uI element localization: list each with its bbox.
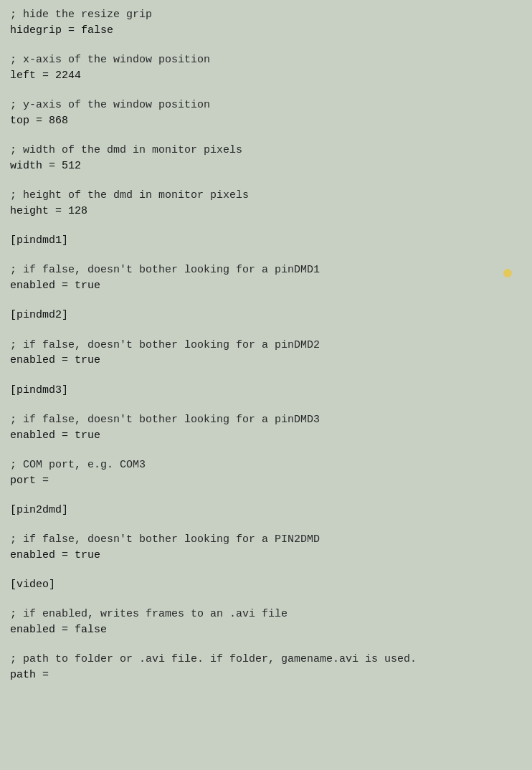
editor-line: ; x-axis of the window position — [10, 52, 522, 68]
editor-line: height = 128 — [10, 204, 522, 219]
editor-line: ; y-axis of the window position — [10, 98, 522, 113]
editor-line: ; height of the dmd in monitor pixels — [10, 188, 522, 204]
editor-line: enabled = false — [10, 622, 522, 638]
editor-line — [10, 323, 522, 338]
editor-line — [10, 249, 522, 263]
editor-line: [pindmd3] — [10, 383, 522, 399]
editor-line: [pindmd1] — [10, 233, 522, 249]
editor-line: hidegrip = false — [10, 23, 522, 39]
editor-line — [10, 638, 522, 652]
editor-line — [10, 564, 522, 578]
editor-line — [10, 84, 522, 98]
editor-line: left = 2244 — [10, 68, 522, 84]
editor-line — [10, 398, 522, 412]
editor-line: enabled = true — [10, 548, 522, 564]
editor-line: ; COM port, e.g. COM3 — [10, 457, 522, 473]
editor-line: ; if false, doesn't bother looking for a… — [10, 338, 522, 353]
editor-line: enabled = true — [10, 353, 522, 369]
editor-line: [pin2dmd] — [10, 503, 522, 518]
editor-line: [pindmd2] — [10, 308, 522, 323]
editor-line: enabled = true — [10, 428, 522, 444]
editor-line: ; path to folder or .avi file. if folder… — [10, 652, 522, 667]
editor-line — [10, 518, 522, 533]
editor-line: ; if enabled, writes frames to an .avi f… — [10, 607, 522, 622]
highlight-dot — [503, 269, 512, 277]
editor-line — [10, 39, 522, 53]
editor-line: path = — [10, 667, 522, 683]
editor-line: ; hide the resize grip — [10, 7, 522, 23]
editor-line — [10, 488, 522, 503]
editor-area: ; hide the resize griphidegrip = false; … — [0, 0, 532, 770]
editor-line — [10, 369, 522, 383]
editor-line — [10, 443, 522, 457]
editor-line: top = 868 — [10, 113, 522, 129]
editor-line: enabled = true — [10, 278, 522, 294]
editor-line: ; width of the dmd in monitor pixels — [10, 143, 522, 158]
editor-line — [10, 174, 522, 189]
editor-line: ; if false, doesn't bother looking for a… — [10, 532, 522, 548]
editor-line: width = 512 — [10, 158, 522, 174]
editor-line: port = — [10, 473, 522, 489]
editor-line: ; if false, doesn't bother looking for a… — [10, 262, 522, 278]
editor-line — [10, 593, 522, 607]
editor-line — [10, 294, 522, 308]
editor-line: [video] — [10, 577, 522, 593]
editor-line — [10, 129, 522, 143]
editor-line: ; if false, doesn't bother looking for a… — [10, 412, 522, 428]
editor-line — [10, 219, 522, 234]
